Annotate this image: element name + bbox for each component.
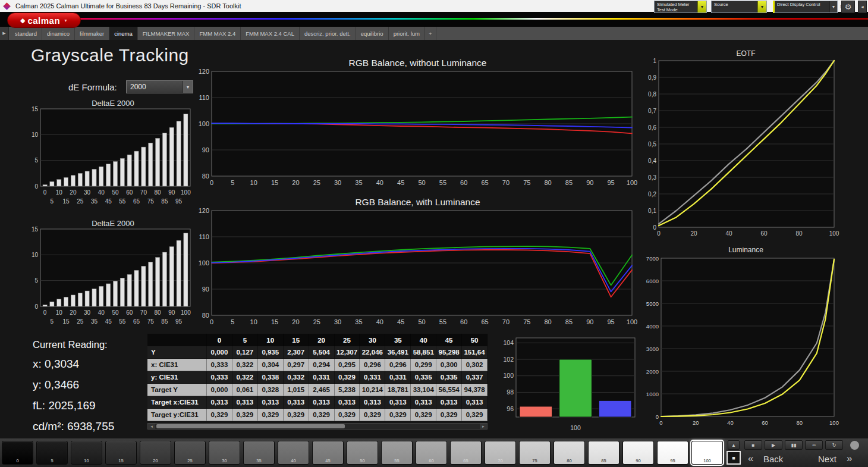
tab-priorit-lum[interactable]: priorit. lum — [389, 27, 425, 40]
reading-x: x: 0,3034 — [33, 358, 114, 371]
svg-text:70: 70 — [140, 309, 147, 316]
patch-bar: 0510152025303540455055606570758085909510… — [2, 441, 723, 465]
patch-95[interactable]: 95 — [657, 441, 688, 465]
tab-descriz-prior-dett[interactable]: descriz. prior. dett. — [300, 27, 356, 40]
patch-label: 5 — [37, 458, 67, 463]
table-header-cell: 50 — [462, 334, 488, 346]
patch-35[interactable]: 35 — [243, 441, 275, 465]
table-cell: 58,851 — [411, 346, 436, 358]
back-chevron-icon[interactable]: « — [748, 453, 753, 465]
refresh-icon[interactable]: ↻ — [825, 440, 843, 450]
svg-text:40: 40 — [376, 318, 383, 325]
loop-icon[interactable]: ∞ — [805, 440, 823, 450]
svg-text:55: 55 — [119, 318, 126, 325]
table-row: Target y:CIE310,3290,3290,3290,3290,3290… — [147, 409, 488, 421]
tab-filmmaker-max[interactable]: FILMMAKER MAX — [138, 27, 195, 40]
gear-icon[interactable]: ⚙ — [841, 1, 855, 13]
table-cell: 2,465 — [309, 384, 335, 396]
svg-text:80: 80 — [155, 189, 162, 196]
patch-up-icon[interactable]: ▲ — [728, 440, 740, 450]
table-header-cell: 25 — [335, 334, 360, 346]
svg-text:10: 10 — [32, 252, 39, 258]
table-header-cell: 10 — [258, 334, 284, 346]
play-icon[interactable]: ▶ — [765, 440, 782, 450]
add-tab-button[interactable]: + — [425, 27, 436, 40]
back-button[interactable]: Back — [763, 454, 783, 464]
direct-display-dropdown[interactable]: Direct Display Control ▼ — [773, 1, 838, 13]
patch-90[interactable]: 90 — [622, 441, 654, 465]
table-row: y: CIE310,3330,3220,3380,3320,3310,3290,… — [147, 371, 488, 384]
svg-text:110: 110 — [199, 94, 209, 101]
scrollbar-track[interactable] — [155, 424, 480, 429]
logo-dropdown-icon[interactable]: ▼ — [64, 18, 68, 23]
table-cell: 10,214 — [360, 384, 385, 396]
svg-text:60: 60 — [126, 189, 133, 196]
patch-85[interactable]: 85 — [588, 441, 619, 465]
direct-display-dropdown-icon[interactable]: ▼ — [829, 1, 837, 12]
collapse-toolbar-icon[interactable]: ◄ — [858, 1, 867, 13]
pause-icon[interactable]: ▮▮ — [785, 440, 803, 450]
patch-40[interactable]: 40 — [278, 441, 309, 465]
svg-text:50: 50 — [112, 309, 119, 316]
patch-80[interactable]: 80 — [553, 441, 585, 465]
svg-text:5000: 5000 — [646, 300, 659, 307]
next-chevron-icon[interactable]: » — [847, 453, 852, 465]
patch-45[interactable]: 45 — [312, 441, 344, 465]
patch-100[interactable]: 100 — [691, 441, 723, 465]
meter-dropdown-icon[interactable]: ▼ — [697, 1, 706, 12]
svg-text:80: 80 — [202, 312, 209, 319]
patch-5[interactable]: 5 — [36, 441, 68, 465]
table-cell: 0,335 — [436, 371, 462, 383]
tab-scroll-button[interactable]: ▶ — [0, 27, 9, 40]
table-header-cell: 45 — [436, 334, 462, 346]
svg-text:95: 95 — [607, 179, 614, 186]
svg-text:20: 20 — [292, 179, 299, 186]
patch-15[interactable]: 15 — [105, 441, 137, 465]
table-cell: 33,104 — [411, 384, 436, 396]
de-formula-dropdown-icon[interactable]: ▼ — [183, 81, 193, 93]
record-icon[interactable] — [850, 441, 859, 450]
table-cell: 0,061 — [232, 384, 258, 396]
next-button[interactable]: Next — [818, 454, 836, 464]
patch-label: 70 — [485, 458, 515, 463]
patch-0[interactable]: 0 — [2, 441, 33, 465]
table-cell: 0,300 — [436, 359, 462, 371]
tab-fmm-max-2-4-cal[interactable]: FMM MAX 2.4 CAL — [241, 27, 300, 40]
source-dropdown[interactable]: Source ▼ — [711, 1, 767, 13]
tab-fmm-max-2-4[interactable]: FMM MAX 2.4 — [194, 27, 241, 40]
table-scrollbar[interactable]: ◄ ► — [147, 423, 488, 430]
scroll-right-icon[interactable]: ► — [480, 424, 487, 429]
tab-equilibrio[interactable]: equilibrio — [356, 27, 389, 40]
patch-50[interactable]: 50 — [347, 441, 378, 465]
patch-25[interactable]: 25 — [174, 441, 206, 465]
tab-dinamico[interactable]: dinamico — [42, 27, 75, 40]
patch-20[interactable]: 20 — [140, 441, 171, 465]
scroll-left-icon[interactable]: ◄ — [148, 424, 155, 429]
tab-filmmaker[interactable]: filmmaker — [75, 27, 109, 40]
patch-60[interactable]: 60 — [416, 441, 447, 465]
table-header-cell: 40 — [411, 334, 436, 346]
table-cell: 0,294 — [309, 359, 335, 371]
svg-text:5: 5 — [231, 318, 234, 325]
window-title: Calman 2025 Calman Ultimate for Business… — [15, 2, 241, 10]
svg-text:90: 90 — [202, 286, 209, 293]
svg-text:15: 15 — [63, 198, 70, 205]
tab-cinema[interactable]: cinema — [109, 27, 138, 40]
scrollbar-thumb[interactable] — [156, 424, 345, 428]
source-dropdown-icon[interactable]: ▼ — [757, 1, 766, 12]
calman-logo[interactable]: ◆ calman ▼ — [7, 12, 81, 28]
patch-65[interactable]: 65 — [450, 441, 482, 465]
stop-icon[interactable]: ■ — [744, 440, 762, 450]
single-patch-button[interactable]: ■ — [727, 451, 741, 465]
table-cell: 0,313 — [335, 396, 360, 408]
patch-30[interactable]: 30 — [209, 441, 240, 465]
patch-55[interactable]: 55 — [381, 441, 413, 465]
de-formula-select[interactable]: 2000 ▼ — [126, 80, 193, 93]
svg-text:100: 100 — [829, 230, 839, 237]
patch-75[interactable]: 75 — [519, 441, 551, 465]
patch-70[interactable]: 70 — [485, 441, 516, 465]
simulated-meter-dropdown[interactable]: Simulated Meter Test Mode ▼ — [654, 1, 707, 13]
svg-text:60: 60 — [760, 230, 768, 237]
tab-standard[interactable]: standard — [10, 27, 42, 40]
patch-10[interactable]: 10 — [71, 441, 102, 465]
